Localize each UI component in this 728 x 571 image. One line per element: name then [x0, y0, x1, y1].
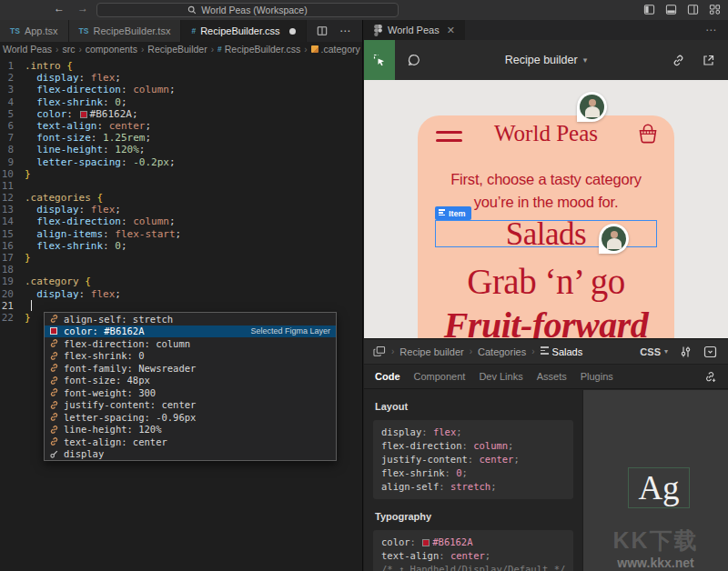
- code-line[interactable]: 6 text-align: center;: [0, 120, 362, 132]
- tab-assets[interactable]: Assets: [537, 371, 567, 382]
- split-editor-icon[interactable]: [317, 25, 328, 36]
- mobile-frame[interactable]: World Peas First, choose a tasty categor…: [418, 115, 674, 338]
- category-salads[interactable]: Salads: [506, 218, 586, 250]
- basket-icon[interactable]: [636, 123, 660, 145]
- autocomplete-item[interactable]: flex-shrink: 0: [45, 350, 336, 363]
- category-fruit-forward[interactable]: Fruit-forward: [418, 304, 674, 338]
- autocomplete-item[interactable]: letter-spacing: -0.96px: [45, 411, 336, 424]
- tab-component[interactable]: Component: [414, 371, 466, 382]
- more-actions-icon[interactable]: ⋯: [339, 25, 351, 37]
- inspector-breadcrumb-item[interactable]: Categories: [478, 346, 526, 357]
- code-line[interactable]: 15 align-items: flex-start;: [0, 228, 362, 240]
- language-dropdown[interactable]: CSS▾: [640, 346, 668, 357]
- select-tool-button[interactable]: [364, 40, 395, 80]
- autocomplete-item[interactable]: align-self: stretch: [45, 313, 336, 326]
- back-arrow-icon[interactable]: ←: [51, 2, 67, 15]
- autocomplete-item[interactable]: font-family: Newsreader: [45, 362, 336, 375]
- settings-sliders-icon[interactable]: [680, 346, 692, 358]
- tab-code[interactable]: Code: [375, 371, 400, 382]
- css-line: justify-content: center;: [381, 453, 565, 466]
- inspector-css-panel[interactable]: Layoutdisplay: flex;flex-direction: colu…: [364, 390, 582, 571]
- figma-tab-bar: World Peas ✕ ⋯: [364, 20, 728, 40]
- breadcrumb-item[interactable]: World Peas: [3, 44, 52, 55]
- frame-title-dropdown[interactable]: Recipe builder ▾: [505, 54, 587, 66]
- code-line[interactable]: 4 flex-shrink: 0;: [0, 96, 362, 108]
- code-line[interactable]: 13 display: flex;: [0, 204, 362, 215]
- toggle-panel-icon[interactable]: [665, 4, 677, 15]
- autocomplete-item[interactable]: text-align: center: [45, 436, 336, 448]
- code-line[interactable]: 16 flex-shrink: 0;: [0, 240, 362, 252]
- breadcrumb-item-file[interactable]: #RecipeBuilder.css: [217, 44, 300, 55]
- code-line[interactable]: 9 letter-spacing: -0.2px;: [0, 156, 362, 168]
- tab-label: App.tsx: [25, 25, 58, 36]
- code-line[interactable]: 2 display: flex;: [0, 72, 362, 84]
- code-line[interactable]: 7 font-size: 1.25rem;: [0, 132, 362, 144]
- toggle-secondary-sidebar-icon[interactable]: [687, 4, 699, 15]
- tab-label: World Peas: [388, 25, 440, 35]
- code-line[interactable]: 5 color: #B6162A;: [0, 108, 362, 120]
- category-grab-n-go[interactable]: Grab ‘n’ go: [418, 261, 674, 302]
- color-swatch: [80, 111, 87, 118]
- link-icon: [48, 363, 59, 373]
- customize-layout-icon[interactable]: [709, 4, 721, 15]
- line-number: 8: [0, 144, 25, 155]
- code-line[interactable]: 14 flex-direction: column;: [0, 215, 362, 227]
- unsaved-changes-dot[interactable]: [289, 28, 296, 35]
- suggestion-label: display: [64, 448, 104, 459]
- section-title: Typography: [375, 511, 573, 522]
- code-editor[interactable]: 1.intro {2 display: flex;3 flex-directio…: [0, 56, 362, 324]
- css-code-block[interactable]: display: flex;flex-direction: column;jus…: [373, 420, 573, 499]
- breadcrumb-item[interactable]: src: [62, 44, 75, 55]
- breadcrumb: World Peas› src› components› RecipeBuild…: [0, 42, 362, 56]
- tab-dev-links[interactable]: Dev Links: [479, 371, 522, 382]
- css-file-icon: #: [217, 45, 222, 54]
- toggle-sidebar-icon[interactable]: [643, 4, 655, 15]
- more-actions-icon[interactable]: ⋯: [705, 24, 728, 36]
- add-link-icon[interactable]: [703, 370, 717, 384]
- autocomplete-item[interactable]: font-weight: 300: [45, 386, 336, 399]
- autocomplete-item[interactable]: line-height: 120%: [45, 424, 336, 436]
- breadcrumb-item-symbol[interactable]: .category: [311, 44, 360, 55]
- inspector-breadcrumb-item[interactable]: Recipe builder: [399, 346, 463, 357]
- autocomplete-item[interactable]: font-size: 48px: [45, 375, 336, 387]
- code-line[interactable]: 21: [0, 300, 362, 312]
- code-line[interactable]: 10}: [0, 168, 362, 180]
- autocomplete-item[interactable]: display: [45, 448, 336, 461]
- code-line[interactable]: 20 display: flex;: [0, 288, 362, 300]
- inspector-breadcrumb-selected[interactable]: Salads: [541, 346, 583, 357]
- frames-icon[interactable]: [373, 346, 386, 357]
- forward-arrow-icon[interactable]: →: [75, 2, 91, 15]
- code-line[interactable]: 11: [0, 180, 362, 192]
- code-line[interactable]: 18: [0, 264, 362, 275]
- code-line[interactable]: 8 line-height: 120%;: [0, 144, 362, 155]
- code-line[interactable]: 19.category {: [0, 275, 362, 287]
- tab-recipebuilder-css[interactable]: # RecipeBuilder.css: [181, 20, 306, 42]
- close-icon[interactable]: ✕: [447, 25, 455, 36]
- open-external-icon[interactable]: [702, 54, 715, 67]
- suggestion-label: font-family: Newsreader: [64, 363, 196, 374]
- design-canvas[interactable]: World Peas First, choose a tasty categor…: [364, 80, 728, 338]
- tab-plugins[interactable]: Plugins: [581, 371, 613, 382]
- tab-world-peas[interactable]: World Peas ✕: [364, 20, 465, 40]
- css-code-block[interactable]: color: #B6162Atext-align: center;/* ↕ Ha…: [373, 530, 573, 571]
- item-layer-badge[interactable]: Item: [435, 206, 471, 220]
- breadcrumb-item[interactable]: components: [86, 44, 137, 55]
- comment-tool-button[interactable]: [407, 53, 421, 67]
- suggestion-note: Selected Figma Layer: [250, 326, 330, 336]
- code-line[interactable]: 3 flex-direction: column;: [0, 84, 362, 95]
- wrench-icon: [48, 449, 59, 459]
- tab-app-tsx[interactable]: TS App.tsx: [0, 20, 69, 42]
- command-center-search[interactable]: World Peas (Workspace): [96, 3, 399, 17]
- autocomplete-item[interactable]: justify-content: center: [45, 399, 336, 412]
- collapse-panel-icon[interactable]: [703, 346, 717, 358]
- code-line[interactable]: 1.intro {: [0, 60, 362, 72]
- autocomplete-item[interactable]: flex-direction: column: [45, 337, 336, 350]
- inspector-tab-bar: Code Component Dev Links Assets Plugins: [364, 365, 728, 389]
- code-line[interactable]: 12.categories {: [0, 192, 362, 204]
- code-line[interactable]: 17}: [0, 252, 362, 264]
- breadcrumb-item[interactable]: RecipeBuilder: [147, 44, 207, 55]
- app-window: ← → World Peas (Workspace) TS App.tsx TS…: [0, 0, 728, 571]
- autocomplete-item[interactable]: color: #B6162ASelected Figma Layer: [45, 326, 336, 338]
- tab-recipebuilder-tsx[interactable]: TS RecipeBuilder.tsx: [69, 20, 182, 42]
- copy-link-icon[interactable]: [672, 54, 685, 67]
